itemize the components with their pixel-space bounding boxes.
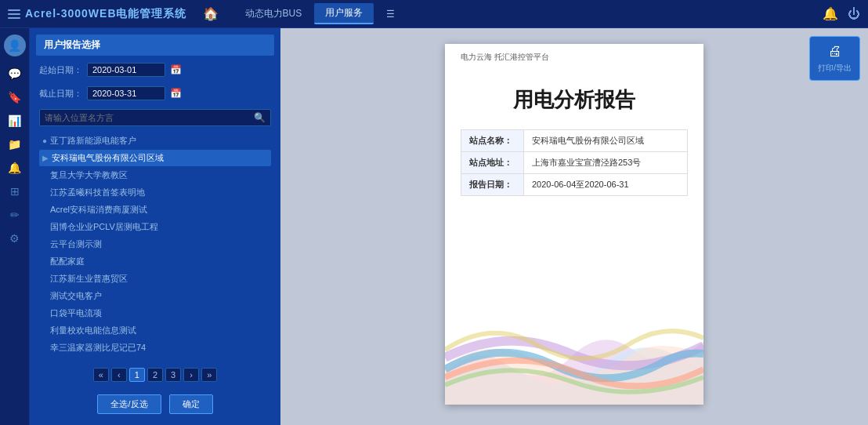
tree-item-label-0: 亚丁路新能源电能客户: [50, 135, 136, 147]
tree-item-label-12: 幸三温家器测比尼记已74: [50, 342, 146, 352]
edit-icon[interactable]: ✏: [5, 209, 24, 221]
tree-item-3[interactable]: 江苏孟曦科技首签表明地: [39, 184, 271, 201]
tree-item-label-5: 国博仓业业PCLV居测电工程: [50, 221, 158, 233]
start-date-calendar-icon[interactable]: 📅: [170, 64, 182, 75]
info-value-0: 安科瑞电气股份有限公司区域: [524, 130, 688, 152]
tree-item-4[interactable]: Acrel安科瑞消费商厦测试: [39, 202, 271, 218]
tree-item-1[interactable]: ▶ 安科瑞电气股份有限公司区域: [39, 150, 271, 166]
page-1-btn[interactable]: 1: [129, 368, 145, 382]
document-preview: 电力云海 托汇港控管平台 用电分析报告 站点名称： 安科瑞电气股份有限公司区域 …: [445, 44, 703, 405]
wave-decoration: [445, 311, 703, 405]
print-icon: 🖨: [828, 43, 842, 60]
tree-item-6[interactable]: 云平台测示测: [39, 236, 271, 252]
tree-toggle-0: ●: [42, 136, 47, 145]
tree-item-11[interactable]: 利量校欢电能信息测试: [39, 322, 271, 339]
tree-item-9[interactable]: 测试交电客户: [39, 288, 271, 304]
info-row-1: 站点地址： 上海市嘉业宝宣漕泾路253号: [461, 152, 688, 174]
start-date-row: 起始日期： 📅: [36, 60, 274, 79]
left-control-panel: 用户报告选择 起始日期： 📅 截止日期： 📅 🔍 ●: [30, 28, 280, 425]
doc-header-text: 电力云海 托汇港控管平台: [461, 53, 549, 61]
main-layout: 👤 💬 🔖 📊 📁 🔔 ⊞ ✏ ⚙ 用户报告选择 起始日期： 📅 截止日期： 📅: [0, 28, 868, 425]
select-all-button[interactable]: 全选/反选: [97, 394, 161, 414]
logo-area: Acrel-3000WEB电能管理系统: [8, 7, 187, 21]
info-label-2: 报告日期：: [461, 174, 524, 196]
bottom-buttons: 全选/反选 确定: [36, 391, 274, 419]
confirm-button[interactable]: 确定: [169, 394, 213, 414]
tree-item-label-8: 江苏新生业普惠贸区: [50, 273, 128, 285]
tree-item-label-10: 口袋平电流项: [50, 307, 102, 319]
tree-item-label-2: 复旦大学大学教教区: [50, 169, 128, 181]
tree-list: ● 亚丁路新能源电能客户 ▶ 安科瑞电气股份有限公司区域 复旦大学大学教教区 江…: [36, 133, 274, 352]
chart-icon[interactable]: 📊: [5, 114, 24, 127]
end-date-label: 截止日期：: [39, 88, 82, 100]
tree-item-2[interactable]: 复旦大学大学教教区: [39, 167, 271, 183]
tree-item-10[interactable]: 口袋平电流项: [39, 305, 271, 321]
tree-item-0[interactable]: ● 亚丁路新能源电能客户: [39, 133, 271, 149]
top-bar-right: 🔔 ⏻: [823, 6, 860, 21]
tree-item-label-7: 配配家庭: [50, 256, 85, 267]
info-row-0: 站点名称： 安科瑞电气股份有限公司区域: [461, 130, 688, 152]
page-last-btn[interactable]: »: [201, 368, 217, 382]
power-icon[interactable]: ⏻: [848, 7, 860, 21]
info-value-1: 上海市嘉业宝宣漕泾路253号: [524, 152, 688, 174]
tree-item-label-3: 江苏孟曦科技首签表明地: [50, 187, 145, 198]
search-box: 🔍: [39, 109, 271, 126]
layers-icon[interactable]: ⊞: [5, 185, 24, 198]
top-bar: Acrel-3000WEB电能管理系统 🏠 动态电力BUS 用户服务 ☰ 🔔 ⏻: [0, 0, 868, 28]
tab-more[interactable]: ☰: [375, 5, 406, 23]
tree-item-label-11: 利量校欢电能信息测试: [50, 325, 136, 336]
notification-icon[interactable]: 🔔: [823, 6, 838, 21]
tree-item-7[interactable]: 配配家庭: [39, 253, 271, 270]
tab-user-service[interactable]: 用户服务: [314, 3, 374, 24]
start-date-input[interactable]: [87, 63, 165, 77]
end-date-calendar-icon[interactable]: 📅: [170, 88, 182, 99]
right-doc-area: 🖨 打印/导出 电力云海 托汇港控管平台 用电分析报告 站点名称： 安科瑞电气股…: [280, 28, 868, 425]
left-sidebar: 👤 💬 🔖 📊 📁 🔔 ⊞ ✏ ⚙: [0, 28, 30, 425]
info-label-0: 站点名称：: [461, 130, 524, 152]
tree-toggle-1: ▶: [42, 154, 49, 162]
folder-icon[interactable]: 📁: [5, 138, 24, 151]
home-button[interactable]: 🏠: [203, 6, 219, 21]
end-date-input[interactable]: [87, 86, 165, 100]
doc-company-header: 电力云海 托汇港控管平台: [445, 44, 703, 63]
tree-item-8[interactable]: 江苏新生业普惠贸区: [39, 271, 271, 287]
page-next-btn[interactable]: ›: [183, 368, 199, 382]
alert-icon[interactable]: 🔔: [5, 162, 24, 174]
hamburger-menu[interactable]: [8, 9, 20, 19]
page-prev-btn[interactable]: ‹: [111, 368, 127, 382]
tree-item-label-9: 测试交电客户: [50, 290, 102, 302]
nav-tabs: 动态电力BUS 用户服务 ☰: [234, 3, 407, 24]
tree-item-label-6: 云平台测示测: [50, 238, 102, 250]
page-first-btn[interactable]: «: [93, 368, 109, 382]
settings-icon[interactable]: ⚙: [5, 232, 24, 245]
page-3-btn[interactable]: 3: [165, 368, 181, 382]
tree-item-12[interactable]: 幸三温家器测比尼记已74: [39, 340, 271, 352]
tree-item-label-4: Acrel安科瑞消费商厦测试: [50, 204, 147, 216]
doc-info-table: 站点名称： 安科瑞电气股份有限公司区域 站点地址： 上海市嘉业宝宣漕泾路253号…: [461, 129, 688, 196]
chat-icon[interactable]: 💬: [5, 67, 24, 80]
end-date-row: 截止日期： 📅: [36, 84, 274, 103]
doc-title: 用电分析报告: [445, 63, 703, 129]
bookmark-icon[interactable]: 🔖: [5, 91, 24, 104]
panel-title: 用户报告选择: [36, 35, 274, 56]
page-2-btn[interactable]: 2: [147, 368, 163, 382]
tab-dynamic[interactable]: 动态电力BUS: [234, 4, 313, 24]
info-row-2: 报告日期： 2020-06-04至2020-06-31: [461, 174, 688, 196]
tree-item-label-1: 安科瑞电气股份有限公司区域: [52, 152, 164, 164]
avatar[interactable]: 👤: [4, 35, 26, 56]
search-icon: 🔍: [254, 112, 266, 123]
app-title: Acrel-3000WEB电能管理系统: [25, 7, 187, 21]
info-value-2: 2020-06-04至2020-06-31: [524, 174, 688, 196]
search-input[interactable]: [45, 113, 254, 122]
pagination: « ‹ 1 2 3 › »: [36, 363, 274, 387]
start-date-label: 起始日期：: [39, 64, 82, 76]
tree-item-5[interactable]: 国博仓业业PCLV居测电工程: [39, 219, 271, 235]
print-label: 打印/导出: [818, 63, 852, 74]
print-panel[interactable]: 🖨 打印/导出: [809, 36, 860, 81]
content-panel: 用户报告选择 起始日期： 📅 截止日期： 📅 🔍 ●: [30, 28, 868, 425]
info-label-1: 站点地址：: [461, 152, 524, 174]
